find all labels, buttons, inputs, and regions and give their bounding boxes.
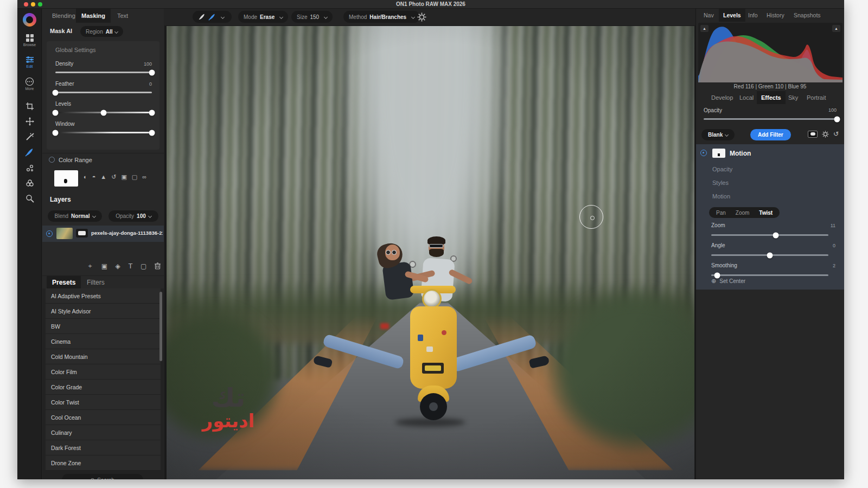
method-dropdown[interactable]: Method Hair/Branches	[343, 11, 420, 23]
preset-item[interactable]: Drone Zone	[46, 455, 161, 471]
blend-tool-button[interactable]	[17, 179, 42, 188]
motion-section-styles[interactable]: Styles	[712, 179, 729, 186]
copy-mask-icon[interactable]: ▣	[121, 174, 126, 181]
levels-black-knob[interactable]	[53, 110, 59, 115]
smoothing-slider[interactable]	[711, 274, 828, 276]
text-layer-icon[interactable]: T	[128, 262, 132, 270]
tab-filters[interactable]: Filters	[81, 276, 110, 289]
angle-slider-knob[interactable]	[767, 252, 773, 258]
tab-effects[interactable]: Effects	[757, 91, 786, 104]
angle-slider[interactable]	[711, 254, 828, 256]
feather-slider[interactable]	[55, 92, 152, 93]
density-slider-knob[interactable]	[149, 69, 155, 75]
view-zoom-tool-button[interactable]	[17, 194, 42, 203]
ai-quick-mask-tool-button[interactable]	[17, 132, 42, 141]
paste-mask-icon[interactable]: ▢	[132, 174, 137, 181]
preset-item[interactable]: AI Adaptive Presets	[46, 288, 161, 304]
region-dropdown[interactable]: Region All	[80, 26, 123, 37]
tab-info[interactable]: Info	[744, 9, 762, 22]
tab-portrait[interactable]: Portrait	[802, 91, 830, 104]
preset-item[interactable]: BW	[46, 319, 161, 334]
layer-opacity-dropdown[interactable]: Opacity 100	[108, 210, 158, 222]
invert-mask-icon[interactable]: ◐	[84, 174, 87, 181]
set-center-button[interactable]: ⊕Set Center	[711, 278, 745, 285]
layer-row[interactable]: pexels-ajay-donga-1113836-2174	[42, 226, 164, 242]
preset-item[interactable]: Color Twist	[46, 395, 161, 410]
layer-mask-icon[interactable]	[76, 229, 88, 237]
size-dropdown[interactable]: Size 150	[291, 11, 333, 23]
effects-opacity-slider[interactable]	[704, 118, 837, 120]
tab-sky[interactable]: Sky	[784, 91, 802, 104]
filter-mask-icon[interactable]	[808, 131, 818, 138]
brush-settings-gear-icon[interactable]	[417, 12, 426, 22]
preset-item[interactable]: Color Grade	[46, 380, 161, 395]
motion-filter-toggle[interactable]	[700, 150, 707, 156]
filter-settings-gear-icon[interactable]	[822, 131, 829, 138]
levels-white-knob[interactable]	[149, 110, 155, 115]
delete-layer-icon[interactable]	[155, 262, 161, 269]
add-filter-button[interactable]: Add Filter	[750, 129, 791, 140]
preset-item[interactable]: Cool Ocean	[46, 410, 161, 425]
crop-tool-button[interactable]	[17, 102, 42, 111]
motion-mode-twist[interactable]: Twist	[754, 210, 777, 216]
lens-view-icon[interactable]: ∞	[142, 174, 146, 181]
refine-mask-tool-button[interactable]	[17, 164, 42, 172]
merge-layer-icon[interactable]: ◈	[116, 262, 120, 270]
color-range-section[interactable]: Color Range	[42, 153, 164, 166]
tab-nav[interactable]: Nav	[699, 9, 718, 22]
preset-item[interactable]: Dark Forest	[46, 440, 161, 455]
shadow-clipping-toggle[interactable]: ▲	[700, 25, 709, 32]
presets-scrollbar[interactable]	[159, 292, 162, 361]
preset-search-input[interactable]: Search	[62, 474, 143, 479]
preset-item[interactable]: Cold Mountain	[46, 349, 161, 364]
effects-opacity-knob[interactable]	[834, 116, 840, 122]
motion-mode-zoom[interactable]: Zoom	[731, 210, 755, 216]
feather-slider-knob[interactable]	[53, 89, 59, 95]
window-slider[interactable]	[55, 132, 152, 133]
tab-snapshots[interactable]: Snapshots	[789, 9, 825, 22]
mode-dropdown[interactable]: Mode Erase	[238, 11, 288, 23]
preset-item[interactable]: Culinary	[46, 425, 161, 440]
blend-mode-dropdown[interactable]: Blend Normal	[48, 210, 102, 222]
add-layer-button[interactable]: ＋	[87, 261, 93, 271]
highlight-clipping-toggle[interactable]: ▲	[832, 25, 840, 32]
reset-icon[interactable]: ↺	[111, 174, 116, 181]
eyedropper-icon[interactable]: ◓	[92, 174, 96, 181]
motion-mode-pan[interactable]: Pan	[711, 210, 731, 216]
more-module-button[interactable]: More	[17, 77, 42, 91]
tab-levels[interactable]: Levels	[719, 9, 745, 22]
motion-section-motion[interactable]: Motion	[712, 193, 730, 200]
density-slider[interactable]	[55, 72, 152, 73]
reset-filters-icon[interactable]: ↺	[833, 130, 839, 138]
zoom-slider[interactable]	[711, 234, 828, 236]
density-icon[interactable]: ▲	[100, 174, 106, 181]
levels-slider[interactable]	[55, 112, 152, 113]
masking-brush-tool-button[interactable]	[17, 147, 42, 157]
edit-module-button[interactable]: Edit	[17, 55, 42, 68]
duplicate-layer-icon[interactable]: ▣	[101, 262, 107, 270]
filter-preset-dropdown[interactable]: Blank	[701, 129, 735, 140]
tab-text[interactable]: Text	[112, 9, 133, 23]
move-tool-button[interactable]	[17, 117, 42, 126]
layer-visibility-toggle[interactable]	[46, 230, 53, 237]
preset-item[interactable]: AI Style Advisor	[46, 304, 161, 319]
motion-section-opacity[interactable]: Opacity	[712, 166, 732, 172]
motion-mask-chip[interactable]	[712, 149, 725, 158]
mask-preview-chip[interactable]	[54, 170, 78, 187]
preset-item[interactable]: Cinema	[46, 334, 161, 349]
window-right-knob[interactable]	[149, 130, 155, 136]
tab-history[interactable]: History	[762, 9, 789, 22]
tab-develop[interactable]: Develop	[707, 91, 737, 104]
tab-masking[interactable]: Masking	[76, 9, 111, 23]
image-canvas[interactable]: تك اديتور	[164, 25, 695, 479]
tab-local[interactable]: Local	[735, 91, 758, 104]
zoom-slider-knob[interactable]	[773, 232, 778, 238]
levels-mid-knob[interactable]	[101, 110, 107, 115]
window-left-knob[interactable]	[53, 130, 59, 136]
browse-module-button[interactable]: Browse	[17, 34, 42, 47]
preset-item[interactable]: Color Film	[46, 364, 161, 380]
brush-mode-toggle[interactable]	[193, 11, 232, 23]
empty-layer-icon[interactable]: ▢	[141, 262, 146, 270]
color-range-radio[interactable]	[49, 157, 55, 163]
tab-presets[interactable]: Presets	[47, 276, 81, 289]
